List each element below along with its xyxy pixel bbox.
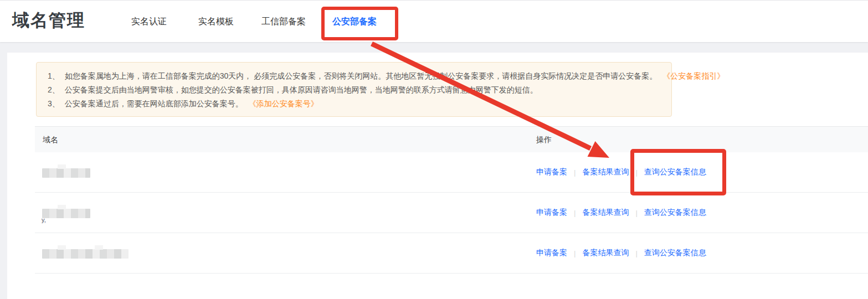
tab-public-security-filing[interactable]: 公安部备案 [332,16,377,28]
tab-real-name-auth[interactable]: 实名认证 [131,16,167,28]
apply-filing-link[interactable]: 申请备案 [536,208,567,218]
action-separator: | [635,168,637,177]
query-public-security-filing-link[interactable]: 查询公安备案信息 [644,208,706,218]
redaction-text-remnant: y, [42,217,46,223]
column-header-domain: 域名 [43,135,58,145]
notice-line-1-index: 1、 [48,71,60,80]
table-row: 申请备案 | 备案结果查询 | 查询公安备案信息 [35,152,868,193]
notice-link-filing-guide[interactable]: 《公安备案指引》 [662,71,725,80]
filing-result-query-link[interactable]: 备案结果查询 [582,248,629,258]
filing-result-query-link[interactable]: 备案结果查询 [582,208,629,218]
action-separator: | [574,168,576,177]
notice-line-3: 3、公安备案通过后，需要在网站底部添加公安备案号。《添加公安备案号》 [48,97,660,111]
notice-line-3-index: 3、 [48,99,60,108]
tab-real-name-template[interactable]: 实名模板 [198,16,234,28]
row-actions: 申请备案 | 备案结果查询 | 查询公安备案信息 [536,248,706,258]
notice-line-1-text: 如您备案属地为上海，请在工信部备案完成的30天内， 必须完成公安备案，否则将关闭… [65,71,657,80]
action-separator: | [574,209,576,217]
notice-link-add-filing-number[interactable]: 《添加公安备案号》 [249,99,319,108]
notice-line-2: 2、公安备案提交后由当地网警审核，如您提交的公安备案被打回，具体原因请咨询当地网… [48,83,660,97]
row-actions: 申请备案 | 备案结果查询 | 查询公安备案信息 [536,208,706,218]
page-title: 域名管理 [12,9,85,32]
column-header-action: 操作 [536,135,552,145]
query-public-security-filing-link[interactable]: 查询公安备案信息 [644,248,706,258]
query-public-security-filing-link[interactable]: 查询公安备案信息 [644,167,706,177]
redacted-domain-name [42,168,90,178]
redacted-domain-name [42,249,129,259]
filing-result-query-link[interactable]: 备案结果查询 [582,167,629,177]
table-row: y, 申请备案 | 备案结果查询 | 查询公安备案信息 [35,193,868,233]
tab-miit-filing[interactable]: 工信部备案 [261,16,306,28]
tab-bar: 实名认证 实名模板 工信部备案 公安部备案 [131,1,377,43]
notice-line-3-text: 公安备案通过后，需要在网站底部添加公安备案号。 [65,99,243,108]
notice-line-2-text: 公安备案提交后由当地网警审核，如您提交的公安备案被打回，具体原因请咨询当地网警，… [65,85,538,94]
action-separator: | [635,209,637,217]
notice-line-2-index: 2、 [48,85,60,94]
notice-line-1: 1、如您备案属地为上海，请在工信部备案完成的30天内， 必须完成公安备案，否则将… [48,69,660,83]
page-header: 域名管理 实名认证 实名模板 工信部备案 公安部备案 [0,0,868,42]
action-separator: | [635,249,637,257]
table-header-row: 域名 操作 [35,126,868,152]
row-actions: 申请备案 | 备案结果查询 | 查询公安备案信息 [536,167,706,177]
table-row: 申请备案 | 备案结果查询 | 查询公安备案信息 [35,233,868,274]
apply-filing-link[interactable]: 申请备案 [536,248,567,258]
content-card: 1、如您备案属地为上海，请在工信部备案完成的30天内， 必须完成公安备案，否则将… [7,53,868,299]
apply-filing-link[interactable]: 申请备案 [536,167,567,177]
domain-table: 域名 操作 申请备案 | 备案结果查询 | 查询公安备案信息 y, 申请备案 |… [35,126,868,274]
notice-panel: 1、如您备案属地为上海，请在工信部备案完成的30天内， 必须完成公安备案，否则将… [36,62,672,117]
action-separator: | [574,249,576,257]
redacted-domain-name [42,209,90,218]
